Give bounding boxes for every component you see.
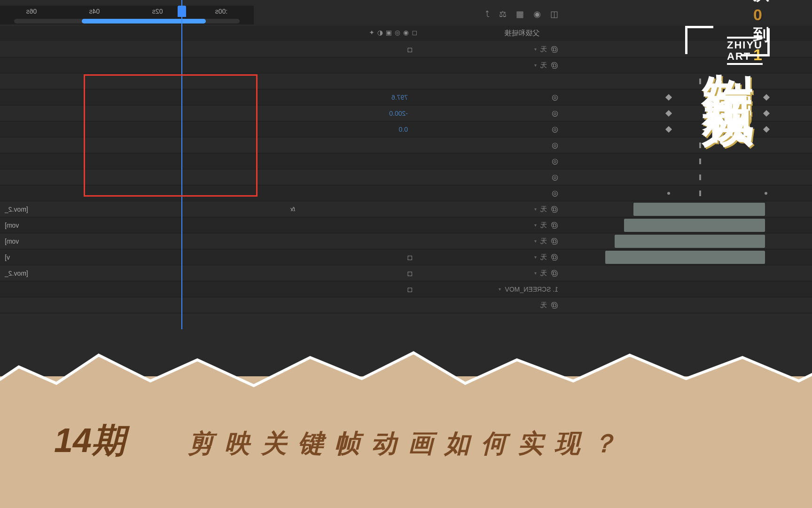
- property-row[interactable]: ◎ 797.6: [0, 89, 812, 105]
- property-value[interactable]: 0.0: [399, 126, 408, 133]
- pickwhip-icon[interactable]: @: [551, 253, 558, 262]
- eye-icon[interactable]: ◉: [403, 29, 409, 36]
- property-value[interactable]: -200.0: [389, 110, 408, 117]
- property-row[interactable]: ◎: [0, 153, 812, 169]
- keyframe-mark[interactable]: [699, 79, 701, 84]
- keyframe-mark[interactable]: [699, 175, 701, 180]
- layer-name-label: _2.mov]: [5, 206, 28, 213]
- keyframe-diamond[interactable]: [763, 94, 770, 101]
- filmstrip-icon[interactable]: ▦: [516, 9, 524, 19]
- pickwhip-icon[interactable]: @: [551, 45, 558, 54]
- property-row[interactable]: ◎: [0, 137, 812, 153]
- layer-row[interactable]: @无▾ ◻ [v: [0, 249, 812, 265]
- stopwatch-icon[interactable]: ◎: [552, 93, 558, 102]
- star-icon[interactable]: ✦: [369, 29, 375, 36]
- playhead-line[interactable]: [181, 0, 182, 329]
- clip-bar[interactable]: [615, 235, 765, 248]
- episode-question: 剪映关键帧动画如何实现？: [188, 427, 628, 461]
- chevron-down-icon[interactable]: ▾: [534, 270, 537, 276]
- layer-row[interactable]: @无▾ ◻ _2.mov]: [0, 265, 812, 281]
- stopwatch-icon[interactable]: ◎: [552, 125, 558, 134]
- layer-name[interactable]: 1. SCREEN_MOV: [505, 286, 558, 293]
- clip-bar[interactable]: [605, 251, 765, 264]
- stopwatch-icon[interactable]: ◎: [552, 157, 558, 166]
- pickwhip-icon[interactable]: @: [551, 237, 558, 246]
- keyframe-diamond[interactable]: [763, 110, 770, 117]
- keyframe-diamond[interactable]: [763, 126, 770, 133]
- property-row[interactable]: ◎ 0.0: [0, 121, 812, 137]
- keyframe-diamond[interactable]: [665, 94, 672, 101]
- clip-bar[interactable]: [624, 219, 765, 232]
- branch-icon[interactable]: ⤴: [485, 9, 490, 19]
- layer-row[interactable]: 1. SCREEN_MOV▾ ◻: [0, 281, 812, 297]
- chevron-down-icon[interactable]: ▾: [534, 222, 537, 228]
- pickwhip-icon[interactable]: @: [551, 61, 558, 70]
- chevron-down-icon[interactable]: ▾: [534, 206, 537, 212]
- parent-link-header: 父级和链接: [504, 29, 539, 38]
- keyframe-mark[interactable]: [699, 143, 701, 148]
- torn-edge-decoration: [0, 339, 812, 395]
- keyframe-mark[interactable]: [699, 159, 701, 164]
- property-row[interactable]: ◎: [0, 185, 812, 201]
- parent-none[interactable]: 无: [540, 237, 547, 246]
- snap-icon[interactable]: ◉: [533, 9, 541, 19]
- chevron-down-icon[interactable]: ▾: [534, 238, 537, 244]
- stopwatch-icon[interactable]: ◎: [552, 189, 558, 198]
- 3d-cube-icon[interactable]: ◻: [407, 270, 413, 277]
- corner-decoration: [742, 28, 770, 56]
- pickwhip-icon[interactable]: @: [551, 269, 558, 278]
- layer-row[interactable]: @无▾ [vom: [0, 233, 812, 249]
- title-overlay: ZHIYUART 制作 短视频 从 0 到 1: [697, 33, 760, 61]
- 3d-cube-icon[interactable]: ◻: [407, 286, 413, 293]
- pickwhip-icon[interactable]: @: [551, 301, 558, 310]
- timeline-toolbar: ◫ ◉ ▦ ⚖ ⤴: [0, 5, 812, 24]
- motion-blur-icon[interactable]: ◐: [377, 29, 383, 36]
- parent-none[interactable]: 无: [540, 61, 547, 70]
- parent-none[interactable]: 无: [540, 301, 547, 310]
- property-row[interactable]: ◎ -200.0: [0, 105, 812, 121]
- layer-row[interactable]: @无: [0, 297, 812, 313]
- property-value[interactable]: 797.6: [391, 94, 408, 101]
- pickwhip-icon[interactable]: @: [551, 205, 558, 214]
- keyframe-diamond[interactable]: [665, 126, 672, 133]
- cube-icon[interactable]: ◻: [412, 29, 417, 36]
- layer-row[interactable]: @无▾ [vom: [0, 217, 812, 233]
- corner-decoration: [685, 26, 713, 54]
- timeline-panel: @ 无 ▾ ◻ @ 无 ▾ ◎ 797.6 ◎ -200.0: [0, 41, 812, 313]
- parent-none[interactable]: 无: [540, 253, 547, 262]
- switch-icon[interactable]: ▣: [386, 29, 392, 36]
- layer-name-label: [vom: [5, 238, 19, 245]
- chevron-down-icon[interactable]: ▾: [534, 63, 537, 68]
- stopwatch-icon[interactable]: ◎: [552, 173, 558, 182]
- playhead-handle[interactable]: [178, 6, 186, 17]
- keyframe-mark[interactable]: [699, 190, 701, 196]
- keyframe-dot[interactable]: [667, 192, 670, 195]
- clip-bar[interactable]: [633, 203, 765, 216]
- stopwatch-icon[interactable]: ◎: [552, 141, 558, 150]
- keyframe-diamond[interactable]: [665, 110, 672, 117]
- keyframe-dot[interactable]: [765, 192, 767, 195]
- chevron-down-icon[interactable]: ▾: [499, 286, 501, 292]
- layer-row[interactable]: @ 无 ▾: [0, 57, 812, 73]
- 3d-cube-icon[interactable]: ◻: [407, 46, 413, 53]
- layer-name-label: _2.mov]: [5, 270, 28, 277]
- chevron-down-icon[interactable]: ▾: [534, 47, 537, 52]
- stopwatch-icon[interactable]: ◎: [552, 109, 558, 118]
- pickwhip-icon[interactable]: @: [551, 221, 558, 230]
- parent-none[interactable]: 无: [540, 269, 547, 278]
- balance-icon[interactable]: ⚖: [499, 9, 507, 19]
- chevron-down-icon[interactable]: ▾: [534, 254, 537, 260]
- layer-name-label: [v: [5, 254, 10, 261]
- parent-none[interactable]: 无: [540, 205, 547, 214]
- parent-none[interactable]: 无: [540, 221, 547, 230]
- 3d-cube-icon[interactable]: ◻: [407, 254, 413, 261]
- episode-label: 14期: [54, 418, 125, 463]
- layer-name-label: [vom: [5, 222, 19, 229]
- graph-editor-icon[interactable]: ◫: [550, 9, 558, 19]
- property-row[interactable]: [0, 73, 812, 89]
- fx-column-icon[interactable]: ◎: [395, 29, 400, 36]
- column-switch-icons[interactable]: ◻ ◉ ◎ ▣ ◐ ✦: [369, 29, 417, 36]
- property-row[interactable]: ◎: [0, 169, 812, 185]
- layer-row[interactable]: @无▾ fx _2.mov]: [0, 201, 812, 217]
- parent-none[interactable]: 无: [540, 45, 547, 54]
